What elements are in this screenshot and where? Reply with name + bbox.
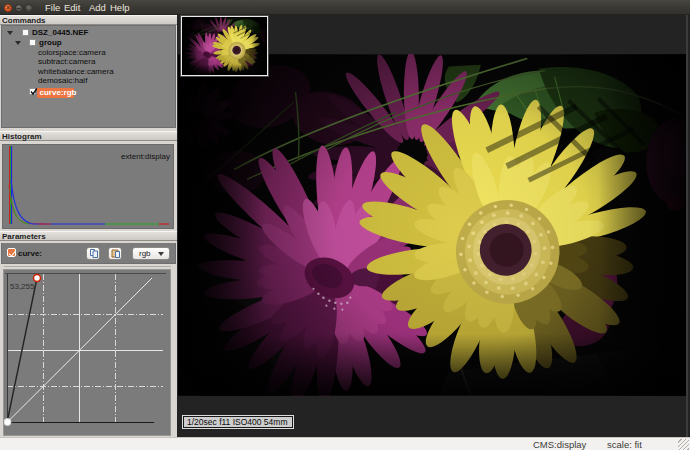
svg-text:53,255: 53,255 (10, 282, 35, 291)
